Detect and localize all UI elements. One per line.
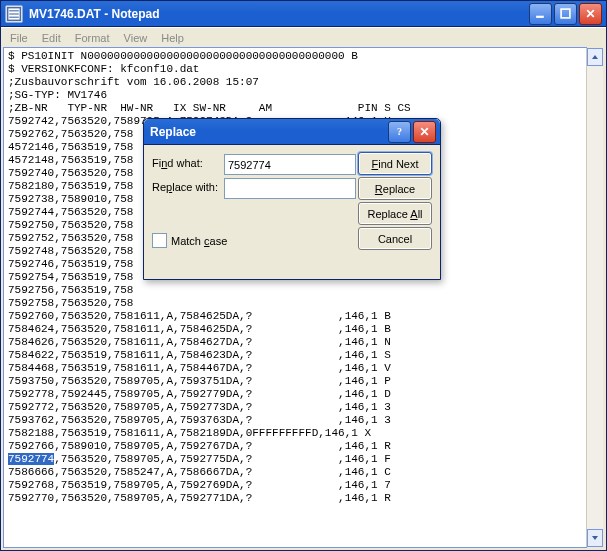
svg-rect-5 bbox=[561, 9, 570, 18]
scroll-up-button[interactable] bbox=[587, 48, 603, 66]
find-what-input[interactable] bbox=[224, 154, 356, 175]
svg-text:?: ? bbox=[397, 126, 402, 137]
menu-bar: File Edit Format View Help bbox=[1, 27, 606, 47]
notepad-window: MV1746.DAT - Notepad File Edit Format Vi… bbox=[0, 0, 607, 551]
replace-dialog: Replace ? Find what: Replace with: Match… bbox=[143, 118, 441, 280]
menu-edit[interactable]: Edit bbox=[35, 30, 68, 46]
selected-text: 7592774 bbox=[8, 453, 54, 465]
menu-help[interactable]: Help bbox=[154, 30, 191, 46]
window-buttons bbox=[529, 3, 602, 25]
replace-with-input[interactable] bbox=[224, 178, 356, 199]
dialog-help-button[interactable]: ? bbox=[388, 121, 411, 143]
replace-all-button[interactable]: Replace All bbox=[358, 202, 432, 225]
titlebar: MV1746.DAT - Notepad bbox=[1, 1, 606, 27]
menu-view[interactable]: View bbox=[117, 30, 155, 46]
replace-button[interactable]: Replace bbox=[358, 177, 432, 200]
match-case-label: Match case bbox=[171, 235, 227, 247]
replace-with-label: Replace with: bbox=[152, 181, 218, 193]
notepad-icon bbox=[5, 5, 23, 23]
svg-rect-4 bbox=[536, 16, 544, 18]
menu-file[interactable]: File bbox=[3, 30, 35, 46]
match-case-checkbox-row[interactable]: Match case bbox=[152, 233, 227, 248]
scrollbar-vertical[interactable] bbox=[586, 48, 603, 547]
window-title: MV1746.DAT - Notepad bbox=[27, 7, 529, 21]
dialog-title: Replace bbox=[144, 125, 388, 139]
scroll-down-button[interactable] bbox=[587, 529, 603, 547]
minimize-button[interactable] bbox=[529, 3, 552, 25]
maximize-button[interactable] bbox=[554, 3, 577, 25]
dialog-close-button[interactable] bbox=[413, 121, 436, 143]
dialog-titlebar: Replace ? bbox=[144, 119, 440, 145]
find-what-label: Find what: bbox=[152, 157, 203, 169]
dialog-body: Find what: Replace with: Match case Find… bbox=[144, 145, 440, 279]
find-next-button[interactable]: Find Next bbox=[358, 152, 432, 175]
close-button[interactable] bbox=[579, 3, 602, 25]
match-case-checkbox[interactable] bbox=[152, 233, 167, 248]
cancel-button[interactable]: Cancel bbox=[358, 227, 432, 250]
menu-format[interactable]: Format bbox=[68, 30, 117, 46]
